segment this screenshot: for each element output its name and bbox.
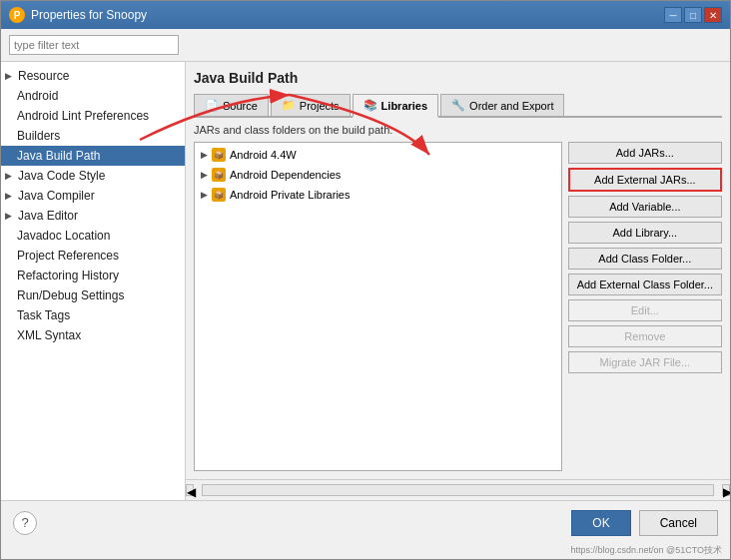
tab-projects[interactable]: 📁 Projects: [271, 94, 351, 116]
sidebar-item-java-build-path[interactable]: Java Build Path: [1, 146, 185, 166]
footer-buttons: OK Cancel: [571, 510, 718, 536]
tabs-bar: 📄 Source 📁 Projects 📚 Libraries 🔧: [194, 94, 722, 118]
arrow-icon: ▶: [5, 211, 12, 221]
filter-input[interactable]: [9, 35, 179, 55]
sidebar-item-javadoc[interactable]: Javadoc Location: [1, 226, 185, 246]
arrow-icon: ▶: [5, 71, 12, 81]
title-bar: P Properties for Snoopy ─ □ ✕: [1, 1, 730, 29]
add-jars-button[interactable]: Add JARs...: [568, 142, 722, 164]
filter-row: [1, 29, 730, 62]
expand-icon: ▶: [201, 150, 208, 160]
sidebar-item-label: Refactoring History: [17, 269, 119, 282]
library-icon: 📦: [212, 148, 226, 162]
sidebar-item-android[interactable]: Android: [1, 86, 185, 106]
maximize-button[interactable]: □: [684, 7, 702, 23]
sidebar-item-label: Resource: [18, 69, 69, 83]
page-title: Java Build Path: [194, 70, 722, 86]
sidebar-item-label: Java Compiler: [18, 189, 95, 203]
sidebar-item-builders[interactable]: Builders: [1, 126, 185, 146]
close-button[interactable]: ✕: [704, 7, 722, 23]
main-panel: Java Build Path 📄 Source 📁 Projects 📚: [186, 62, 730, 479]
sidebar-item-label: Task Tags: [17, 308, 70, 322]
lib-item-label: Android Private Libraries: [230, 189, 350, 201]
dialog-title: Properties for Snoopy: [31, 8, 147, 22]
horizontal-scrollbar[interactable]: [202, 484, 714, 496]
list-item[interactable]: ▶ 📦 Android 4.4W: [197, 145, 559, 165]
sidebar-item-label: Javadoc Location: [17, 229, 110, 243]
edit-button[interactable]: Edit...: [568, 299, 722, 321]
add-class-folder-button[interactable]: Add Class Folder...: [568, 248, 722, 270]
migrate-jar-button[interactable]: Migrate JAR File...: [568, 351, 722, 373]
sidebar-item-label: XML Syntax: [17, 328, 81, 342]
arrow-icon: ▶: [5, 191, 12, 201]
watermark: https://blog.csdn.net/on @51CTO技术: [1, 544, 730, 559]
sidebar-item-project-references[interactable]: Project References: [1, 246, 185, 266]
tab-label: Libraries: [381, 100, 427, 112]
tab-source[interactable]: 📄 Source: [194, 94, 269, 116]
source-tab-icon: 📄: [205, 99, 219, 112]
dialog-footer: ? OK Cancel: [1, 500, 730, 544]
help-icon: ?: [21, 515, 28, 530]
expand-icon: ▶: [201, 170, 208, 180]
list-item[interactable]: ▶ 📦 Android Dependencies: [197, 165, 559, 185]
lib-item-label: Android Dependencies: [230, 169, 341, 181]
scroll-right-button[interactable]: ▶: [722, 484, 730, 496]
tab-label: Source: [223, 100, 258, 112]
title-bar-left: P Properties for Snoopy: [9, 7, 147, 23]
ok-button[interactable]: OK: [571, 510, 630, 536]
scrollbar-row: ◀ ▶: [186, 479, 730, 500]
dialog-body: ▶ Resource Android Android Lint Preferen…: [1, 29, 730, 500]
projects-tab-icon: 📁: [282, 99, 296, 112]
sidebar-item-label: Run/Debug Settings: [17, 288, 124, 302]
tab-label: Order and Export: [469, 100, 553, 112]
sidebar-item-label: Builders: [17, 129, 60, 143]
minimize-button[interactable]: ─: [664, 7, 682, 23]
libraries-content: ▶ 📦 Android 4.4W ▶ 📦 Android Dependencie…: [194, 142, 722, 471]
sidebar-item-run-debug[interactable]: Run/Debug Settings: [1, 285, 185, 305]
libraries-tab-icon: 📚: [364, 99, 377, 112]
properties-dialog: P Properties for Snoopy ─ □ ✕ ▶ Resource: [0, 0, 731, 560]
sidebar-item-label: Project References: [17, 249, 119, 263]
remove-button[interactable]: Remove: [568, 325, 722, 347]
sidebar-item-resource[interactable]: ▶ Resource: [1, 66, 185, 86]
tab-label: Projects: [300, 100, 340, 112]
main-panel-wrapper: Java Build Path 📄 Source 📁 Projects 📚: [186, 62, 730, 500]
tab-order-export[interactable]: 🔧 Order and Export: [440, 94, 564, 116]
library-icon: 📦: [212, 188, 226, 202]
sidebar-item-android-lint[interactable]: Android Lint Preferences: [1, 106, 185, 126]
sidebar-item-xml-syntax[interactable]: XML Syntax: [1, 325, 185, 345]
sidebar-item-task-tags[interactable]: Task Tags: [1, 305, 185, 325]
sidebar-item-label: Android Lint Preferences: [17, 109, 149, 123]
order-export-tab-icon: 🔧: [451, 99, 465, 112]
cancel-button[interactable]: Cancel: [639, 510, 718, 536]
expand-icon: ▶: [201, 190, 208, 200]
sidebar-item-refactoring[interactable]: Refactoring History: [1, 266, 185, 285]
sidebar-item-label: Java Build Path: [17, 149, 100, 163]
sidebar-item-java-code-style[interactable]: ▶ Java Code Style: [1, 166, 185, 186]
add-variable-button[interactable]: Add Variable...: [568, 196, 722, 218]
title-buttons: ─ □ ✕: [664, 7, 722, 23]
dialog-icon: P: [9, 7, 25, 23]
buttons-panel: Add JARs... Add External JARs... Add Var…: [568, 142, 722, 471]
scroll-left-button[interactable]: ◀: [186, 484, 194, 496]
library-icon: 📦: [212, 168, 226, 182]
sidebar-item-java-compiler[interactable]: ▶ Java Compiler: [1, 186, 185, 206]
content-area: ▶ Resource Android Android Lint Preferen…: [1, 62, 730, 500]
add-external-jars-button[interactable]: Add External JARs...: [568, 168, 722, 192]
add-external-class-folder-button[interactable]: Add External Class Folder...: [568, 274, 722, 295]
list-item[interactable]: ▶ 📦 Android Private Libraries: [197, 185, 559, 205]
tab-libraries[interactable]: 📚 Libraries: [353, 94, 438, 118]
sidebar-item-label: Android: [17, 89, 58, 103]
sidebar-item-label: Java Code Style: [18, 169, 105, 183]
sidebar-item-label: Java Editor: [18, 209, 78, 223]
lib-item-label: Android 4.4W: [230, 149, 297, 161]
libraries-list[interactable]: ▶ 📦 Android 4.4W ▶ 📦 Android Dependencie…: [194, 142, 562, 471]
help-button[interactable]: ?: [13, 511, 37, 535]
arrow-icon: ▶: [5, 171, 12, 181]
description-text: JARs and class folders on the build path…: [194, 124, 722, 136]
add-library-button[interactable]: Add Library...: [568, 222, 722, 244]
sidebar-item-java-editor[interactable]: ▶ Java Editor: [1, 206, 185, 226]
sidebar: ▶ Resource Android Android Lint Preferen…: [1, 62, 186, 500]
